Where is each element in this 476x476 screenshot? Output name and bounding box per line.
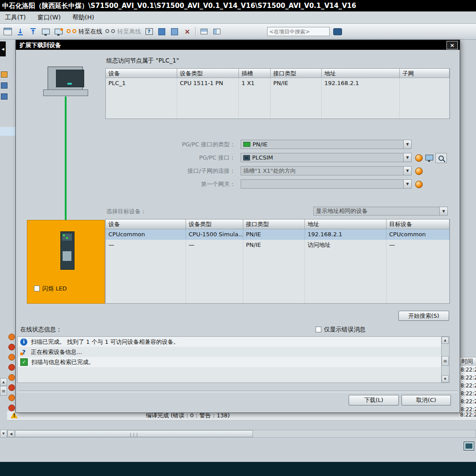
status-message-row[interactable]: 扫描与信息检索已完成。: [18, 357, 442, 367]
table-row[interactable]: PLC_1 CPU 1511-1 PN 1 X1 PN/IE 192.168.2…: [106, 78, 450, 88]
stop-simulation-icon[interactable]: [54, 27, 63, 37]
chevron-down-icon[interactable]: [403, 180, 411, 188]
background-time-cell: 8:22:2: [459, 382, 476, 390]
configured-nodes-table: 设备 设备类型 插槽 接口类型 地址 子网 PLC_1 CPU 1511-1 P…: [105, 68, 450, 119]
info-icon: [20, 338, 27, 346]
flash-led-icon[interactable]: [415, 181, 423, 188]
connection-select[interactable]: 插槽"1 X1"处的方向: [241, 166, 412, 175]
menu-help[interactable]: 帮助(H): [67, 11, 99, 23]
target-filter-select[interactable]: 显示地址相同的设备: [313, 207, 448, 216]
connection-label: 接口/子网的连接：: [188, 167, 235, 175]
check-icon: [20, 358, 28, 366]
alarm-icon: [8, 364, 15, 371]
flash-led-icon[interactable]: [415, 167, 423, 175]
form-row: 接口/子网的连接： 插槽"1 X1"处的方向: [16, 166, 460, 175]
chevron-down-icon[interactable]: [439, 207, 447, 215]
alarm-icon: [8, 374, 15, 381]
split-editor-horizontal-icon[interactable]: [199, 27, 209, 37]
start-simulation-icon[interactable]: [41, 27, 51, 37]
hscroll-left-button[interactable]: [7, 430, 15, 437]
table-row: [106, 271, 450, 282]
vscroll-up-button[interactable]: [0, 378, 7, 386]
flash-led-label: 闪烁 LED: [42, 285, 67, 293]
table-row[interactable]: — — PN/IE 访问地址 —: [106, 240, 450, 250]
chevron-down-icon[interactable]: [403, 140, 411, 149]
table-row: [106, 108, 450, 119]
search-project-icon[interactable]: [333, 27, 342, 37]
message-scrollbar[interactable]: [441, 337, 449, 383]
start-cpu-icon[interactable]: [157, 27, 167, 37]
toolbar-separator: [195, 27, 196, 37]
vscroll-thumb[interactable]: [0, 386, 7, 396]
gateway-select[interactable]: [241, 179, 412, 189]
online-status-label: 在线状态信息：: [20, 326, 62, 334]
close-icon[interactable]: [446, 41, 458, 49]
window-title: 中石化洛阳（陕西延长中煤）\S71500_AVI_V0.1\S71500_AVI…: [2, 2, 356, 10]
menu-window[interactable]: 窗口(W): [33, 11, 66, 23]
upload-from-device-icon[interactable]: [28, 27, 38, 37]
scroll-down-button[interactable]: [442, 376, 449, 383]
flash-led-checkbox[interactable]: [34, 286, 40, 291]
dialog-title: 扩展下载到设备: [19, 41, 61, 48]
form-row: PG/PC 接口的类型： PN/IE: [16, 140, 460, 149]
status-tray-icon[interactable]: [464, 442, 474, 450]
warning-icon: [11, 412, 18, 418]
project-tree-icon: [1, 82, 7, 89]
go-online-icon: [67, 29, 76, 34]
table-row: [106, 98, 450, 108]
accessible-devices-icon[interactable]: [144, 27, 154, 37]
chevron-down-icon[interactable]: [403, 167, 411, 175]
start-search-button[interactable]: 开始搜索(S): [398, 311, 449, 321]
pnie-icon: [243, 142, 250, 147]
pgpc-type-select[interactable]: PN/IE: [241, 140, 412, 149]
go-offline-button[interactable]: 转至离线: [105, 28, 141, 36]
menu-bar: 工具(T) 窗口(W) 帮助(H): [0, 11, 476, 24]
background-time-cell: 8:22:2: [459, 398, 476, 406]
table-header-row: 设备 设备类型 插槽 接口类型 地址 子网: [106, 69, 450, 78]
flash-led-icon[interactable]: [415, 154, 423, 162]
table-row-selected[interactable]: CPUcommon CPU-1500 Simula... PN/IE 192.1…: [106, 229, 450, 240]
status-message-row[interactable]: 正在检索设备信息...: [18, 347, 442, 357]
status-message-row[interactable]: 扫描已完成。 找到了 1 个与 1 可访问设备相兼容的设备。: [18, 337, 442, 347]
download-button[interactable]: 下载(L): [349, 395, 399, 405]
go-offline-label: 转至离线: [117, 28, 141, 36]
pgpc-interface-select[interactable]: PLCSIM: [241, 153, 412, 162]
alarm-icon: [8, 334, 15, 340]
show-devices-icon[interactable]: [425, 155, 433, 160]
chevron-down-icon[interactable]: [403, 153, 411, 162]
table-row: [106, 261, 450, 271]
pg-pc-computer-graphic: [43, 67, 92, 104]
remove-connection-icon[interactable]: [182, 27, 192, 37]
hscrollbar[interactable]: [7, 430, 476, 438]
target-device-panel: 闪烁 LED: [27, 220, 105, 304]
collapse-panel-arrow[interactable]: [0, 41, 6, 56]
hscroll-thumb[interactable]: [15, 430, 253, 437]
form-row: 第一个网关：: [16, 179, 460, 189]
alarm-icon: [8, 384, 15, 391]
only-errors-checkbox[interactable]: [316, 327, 321, 332]
vscroll-down-button[interactable]: [0, 430, 7, 438]
time-column-header: 时间: [459, 357, 476, 366]
cancel-button[interactable]: 取消(C): [402, 395, 451, 405]
menu-tools[interactable]: 工具(T): [0, 11, 30, 23]
scroll-up-button[interactable]: [442, 337, 449, 344]
screen: 中石化洛阳（陕西延长中煤）\S71500_AVI_V0.1\S71500_AVI…: [0, 0, 476, 476]
project-tree-icon: [1, 71, 7, 78]
project-search-input[interactable]: [267, 27, 330, 36]
table-row: [106, 282, 450, 293]
background-time-cell: 8:22:2: [459, 366, 476, 374]
pgpc-type-label: PG/PC 接口的类型：: [182, 141, 235, 149]
stop-cpu-icon[interactable]: [170, 27, 179, 37]
go-online-button[interactable]: 转至在线: [67, 28, 102, 36]
project-tree-icon: [1, 93, 7, 100]
scroll-thumb[interactable]: [442, 356, 449, 366]
dialog-titlebar[interactable]: 扩展下载到设备: [16, 40, 460, 50]
background-time-cell: 8:22:2: [459, 390, 476, 398]
background-time-cell: 8:22:2: [460, 412, 476, 418]
download-to-device-icon[interactable]: [15, 27, 25, 37]
browse-icon[interactable]: [435, 153, 447, 163]
split-editor-vertical-icon[interactable]: [212, 27, 222, 37]
laptop-screen: [48, 67, 83, 90]
window-settings-icon[interactable]: [3, 27, 12, 37]
config-note: 组态访问节点属于 "PLC_1": [106, 57, 179, 65]
